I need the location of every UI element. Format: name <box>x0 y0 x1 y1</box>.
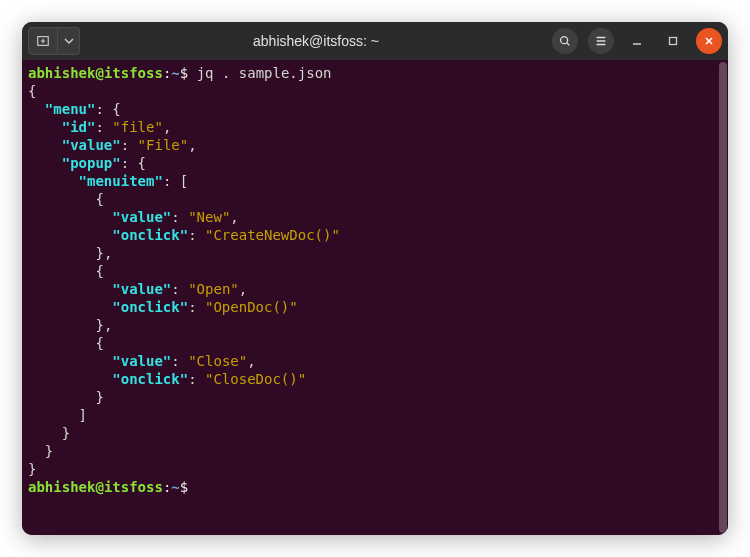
titlebar-left <box>28 27 80 55</box>
json-string: "CloseDoc()" <box>205 371 306 387</box>
prompt-host: itsfoss <box>104 479 163 495</box>
json-key: "popup" <box>62 155 121 171</box>
terminal-window: abhishek@itsfoss: ~ abhishek@itsfoss:~$ … <box>22 22 728 535</box>
menu-button[interactable] <box>588 28 614 54</box>
terminal-body[interactable]: abhishek@itsfoss:~$ jq . sample.json { "… <box>22 60 728 535</box>
json-key: "id" <box>62 119 96 135</box>
json-string: "CreateNewDoc()" <box>205 227 340 243</box>
json-key: "onclick" <box>112 371 188 387</box>
prompt-user: abhishek <box>28 65 95 81</box>
json-key: "menuitem" <box>79 173 163 189</box>
json-key: "onclick" <box>112 299 188 315</box>
json-string: "New" <box>188 209 230 225</box>
json-brace: { <box>28 83 36 99</box>
terminal-output: abhishek@itsfoss:~$ jq . sample.json { "… <box>28 64 722 496</box>
close-button[interactable] <box>696 28 722 54</box>
titlebar-right <box>552 28 722 54</box>
json-key: "menu" <box>45 101 96 117</box>
json-string: "file" <box>112 119 163 135</box>
json-string: "Open" <box>188 281 239 297</box>
prompt-symbol: $ <box>180 65 188 81</box>
prompt-at: @ <box>95 65 103 81</box>
search-icon <box>558 34 572 48</box>
search-button[interactable] <box>552 28 578 54</box>
prompt-host: itsfoss <box>104 65 163 81</box>
prompt-symbol: $ <box>180 479 188 495</box>
maximize-button[interactable] <box>660 28 686 54</box>
json-key: "value" <box>112 353 171 369</box>
minimize-icon <box>631 35 643 47</box>
prompt-user: abhishek <box>28 479 95 495</box>
prompt-path: ~ <box>171 65 179 81</box>
titlebar: abhishek@itsfoss: ~ <box>22 22 728 60</box>
json-key: "value" <box>112 209 171 225</box>
json-string: "OpenDoc()" <box>205 299 298 315</box>
svg-point-3 <box>561 37 568 44</box>
command-text: jq . sample.json <box>197 65 332 81</box>
svg-rect-9 <box>670 38 677 45</box>
prompt-path: ~ <box>171 479 179 495</box>
json-key: "value" <box>62 137 121 153</box>
new-tab-icon <box>36 34 50 48</box>
window-title: abhishek@itsfoss: ~ <box>84 33 548 49</box>
minimize-button[interactable] <box>624 28 650 54</box>
maximize-icon <box>667 35 679 47</box>
json-key: "value" <box>112 281 171 297</box>
chevron-down-icon <box>64 36 74 46</box>
json-brace: } <box>28 461 36 477</box>
svg-line-4 <box>567 43 570 46</box>
hamburger-icon <box>594 34 608 48</box>
tab-dropdown-button[interactable] <box>58 27 80 55</box>
new-tab-button[interactable] <box>28 27 58 55</box>
close-icon <box>703 35 715 47</box>
scrollbar[interactable] <box>719 62 727 533</box>
json-string: "File" <box>138 137 189 153</box>
prompt-at: @ <box>95 479 103 495</box>
json-string: "Close" <box>188 353 247 369</box>
json-key: "onclick" <box>112 227 188 243</box>
